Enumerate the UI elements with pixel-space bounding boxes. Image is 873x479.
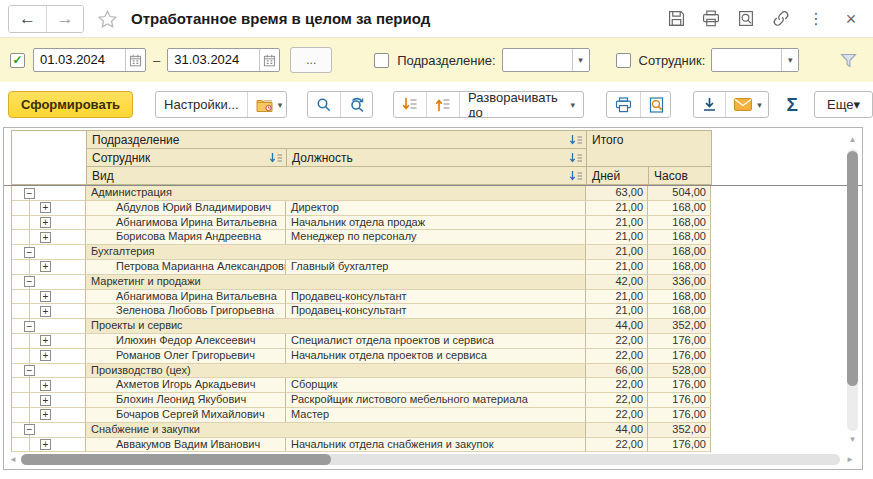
table-row[interactable]: − Снабжение и закупки 44,00 352,00 [11, 423, 862, 438]
days-cell[interactable]: 21,00 [586, 245, 648, 260]
days-cell[interactable]: 22,00 [586, 393, 648, 408]
header-kind[interactable]: Вид [87, 167, 587, 185]
name-cell[interactable]: Ахметов Игорь Аркадьевич [86, 378, 286, 393]
days-cell[interactable]: 22,00 [586, 408, 648, 423]
expander-icon[interactable]: + [40, 380, 51, 391]
table-row[interactable]: + Бочаров Сергей Михайлович Мастер 22,00… [11, 408, 862, 423]
search-button[interactable] [308, 92, 340, 117]
name-cell[interactable]: Романов Олег Григорьевич [86, 349, 286, 364]
period-variants-button[interactable]: ... [290, 47, 332, 73]
name-cell[interactable]: Снабжение и закупки [86, 423, 586, 438]
back-button[interactable]: ← [9, 6, 46, 32]
expander-icon[interactable]: + [40, 395, 51, 406]
expand-all-button[interactable] [394, 92, 426, 117]
more-button[interactable]: Еще ▾ [814, 91, 873, 118]
horizontal-scrollbar[interactable]: ◄ ► [7, 453, 840, 466]
hours-cell[interactable]: 168,00 [648, 201, 711, 216]
settings-button[interactable]: Настройки... [156, 92, 247, 117]
header-department[interactable]: Подразделение [87, 131, 587, 149]
table-row[interactable]: − Маркетинг и продажи 42,00 336,00 [11, 275, 862, 290]
calendar-icon[interactable] [259, 49, 279, 71]
name-cell[interactable]: Производство (цех) [86, 364, 586, 379]
date-to-value[interactable]: 31.03.2024 [168, 49, 259, 71]
sort-icon[interactable] [569, 170, 583, 182]
scroll-up-icon[interactable]: ▲ [846, 135, 859, 145]
generate-button[interactable]: Сформировать [8, 91, 133, 118]
days-cell[interactable]: 21,00 [586, 216, 648, 231]
expander-icon[interactable]: + [40, 232, 51, 243]
name-cell[interactable]: Аввакумов Вадим Иванович [86, 438, 286, 453]
position-cell[interactable]: Сборщик [286, 378, 586, 393]
name-cell[interactable]: Блохин Леонид Якубович [86, 393, 286, 408]
table-row[interactable]: + Зеленова Любовь Григорьевна Продавец-к… [11, 304, 862, 319]
expand-to-button[interactable]: Разворачивать до ▾ [459, 92, 583, 117]
table-row[interactable]: + Борисова Мария Андреевна Менеджер по п… [11, 230, 862, 245]
hours-cell[interactable]: 168,00 [648, 230, 711, 245]
name-cell[interactable]: Проекты и сервис [86, 319, 586, 334]
position-cell[interactable]: Начальник отдела снабжения и закупок [286, 438, 586, 453]
name-cell[interactable]: Зеленова Любовь Григорьевна [86, 304, 286, 319]
department-combo[interactable]: ▾ [502, 48, 590, 72]
name-cell[interactable]: Маркетинг и продажи [86, 275, 586, 290]
position-cell[interactable]: Продавец-консультант [286, 304, 586, 319]
name-cell[interactable]: Петрова Марианна Александровна [86, 260, 286, 275]
expander-icon[interactable]: − [24, 321, 35, 332]
forward-button[interactable]: → [46, 6, 83, 32]
table-row[interactable]: − Бухгалтерия 21,00 168,00 [11, 245, 862, 260]
expander-icon[interactable]: + [40, 217, 51, 228]
days-cell[interactable]: 66,00 [586, 364, 648, 379]
date-from-value[interactable]: 01.03.2024 [34, 49, 125, 71]
position-cell[interactable]: Начальник отдела продаж [286, 216, 586, 231]
chevron-down-icon[interactable]: ▾ [781, 49, 798, 71]
sort-icon[interactable] [269, 152, 283, 164]
name-cell[interactable]: Борисова Мария Андреевна [86, 230, 286, 245]
favorite-star-icon[interactable] [98, 10, 117, 28]
more-menu-icon[interactable]: ⋮ [806, 9, 826, 29]
table-row[interactable]: + Блохин Леонид Якубович Раскройщик лист… [11, 393, 862, 408]
position-cell[interactable]: Директор [286, 201, 586, 216]
table-row[interactable]: + Аввакумов Вадим Иванович Начальник отд… [11, 438, 862, 453]
table-row[interactable]: + Петрова Марианна Александровна Главный… [11, 260, 862, 275]
expander-icon[interactable]: + [40, 261, 51, 272]
expander-icon[interactable]: + [40, 350, 51, 361]
chevron-down-icon[interactable]: ▾ [572, 49, 589, 71]
name-cell[interactable]: Бухгалтерия [86, 245, 586, 260]
table-row[interactable]: + Илюхин Федор Алексеевич Специалист отд… [11, 334, 862, 349]
report-variants-button[interactable]: ▾ [247, 92, 288, 117]
name-cell[interactable]: Илюхин Федор Алексеевич [86, 334, 286, 349]
date-from-field[interactable]: 01.03.2024 [33, 48, 146, 72]
employee-combo[interactable]: ▾ [711, 48, 799, 72]
hours-cell[interactable]: 528,00 [648, 364, 711, 379]
vertical-scrollbar[interactable]: ▲ ▼ [846, 131, 859, 447]
hours-cell[interactable]: 352,00 [648, 319, 711, 334]
print-button[interactable] [607, 92, 640, 117]
name-cell[interactable]: Абнагимова Ирина Витальевна [86, 290, 286, 305]
expander-icon[interactable]: − [24, 365, 35, 376]
hours-cell[interactable]: 336,00 [648, 275, 711, 290]
department-checkbox[interactable] [374, 53, 389, 68]
period-checkbox[interactable]: ✓ [10, 53, 25, 68]
days-cell[interactable]: 42,00 [586, 275, 648, 290]
table-row[interactable]: + Абнагимова Ирина Витальевна Продавец-к… [11, 290, 862, 305]
hours-cell[interactable]: 176,00 [648, 408, 711, 423]
days-cell[interactable]: 22,00 [586, 334, 648, 349]
hours-cell[interactable]: 504,00 [648, 186, 711, 201]
header-employee[interactable]: Сотрудник [87, 149, 287, 167]
days-cell[interactable]: 63,00 [586, 186, 648, 201]
header-days[interactable]: Дней [587, 167, 649, 185]
date-to-field[interactable]: 31.03.2024 [167, 48, 280, 72]
employee-checkbox[interactable] [616, 53, 631, 68]
expander-icon[interactable]: − [24, 247, 35, 258]
save-icon[interactable] [666, 9, 686, 29]
hours-cell[interactable]: 176,00 [648, 334, 711, 349]
days-cell[interactable]: 44,00 [586, 423, 648, 438]
expander-icon[interactable]: − [24, 188, 35, 199]
search-reset-button[interactable] [340, 92, 372, 117]
sort-icon[interactable] [569, 152, 583, 164]
days-cell[interactable]: 21,00 [586, 290, 648, 305]
hours-cell[interactable]: 168,00 [648, 216, 711, 231]
position-cell[interactable]: Специалист отдела проектов и сервиса [286, 334, 586, 349]
hours-cell[interactable]: 176,00 [648, 393, 711, 408]
expander-icon[interactable]: + [40, 409, 51, 420]
print-icon[interactable] [701, 9, 721, 29]
